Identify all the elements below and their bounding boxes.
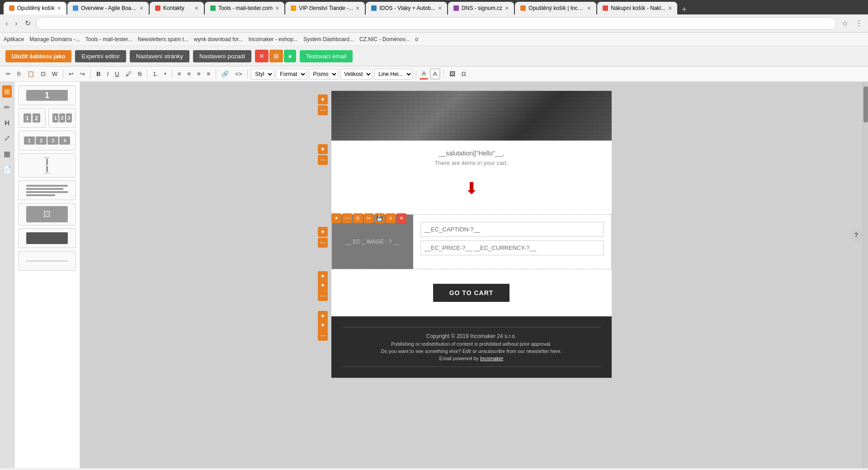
rte-paste-word[interactable]: W bbox=[50, 69, 60, 79]
cta-button[interactable]: GO TO CART bbox=[433, 284, 510, 302]
icon-btn-circle[interactable]: ● bbox=[284, 50, 296, 62]
footer-move-btn[interactable]: ✦ bbox=[318, 320, 328, 330]
rte-link[interactable]: 🔗 bbox=[219, 69, 231, 79]
layout-image-block[interactable]: 🖼 bbox=[18, 203, 76, 226]
expert-editor-button[interactable]: Expertní editor bbox=[75, 50, 126, 62]
rte-cut[interactable]: ✂ bbox=[4, 69, 13, 79]
tab-agile[interactable]: Overview - Agile Boar... × bbox=[67, 2, 149, 14]
rte-format-select[interactable]: Format bbox=[276, 69, 307, 80]
spacer2-move-btn[interactable]: ✦ bbox=[318, 311, 328, 321]
reload-button[interactable]: ↻ bbox=[23, 17, 33, 29]
layout-spacer[interactable] bbox=[18, 153, 76, 178]
rte-ul[interactable]: • bbox=[162, 69, 169, 79]
rte-align-center[interactable]: ≡ bbox=[185, 69, 193, 79]
icon-btn-grid[interactable]: ⊞ bbox=[269, 50, 283, 62]
tab-close-4[interactable]: × bbox=[275, 5, 279, 12]
product-format-btn[interactable]: ≡ bbox=[386, 213, 396, 223]
bg-settings-button[interactable]: Nastavení pozadí bbox=[193, 50, 251, 62]
address-input[interactable]: my.incomaker.com/admin/wizard/escalation… bbox=[36, 17, 836, 30]
bookmark-cznic[interactable]: CZ.NIC - Doménov... bbox=[359, 36, 410, 42]
layout-text-block[interactable] bbox=[18, 180, 76, 200]
header-more-btn[interactable]: ⋯ bbox=[318, 105, 328, 115]
tab-mailtester[interactable]: Tools - mail-tester.com × bbox=[205, 2, 284, 14]
tab-close-2[interactable]: × bbox=[140, 5, 143, 12]
tab-incomaker2[interactable]: Opuštěný košík | Inco... × bbox=[515, 2, 596, 14]
tab-kontakty[interactable]: Kontakty × bbox=[150, 2, 204, 14]
canvas-area[interactable]: ✦ ⋯ ✦ ⋯ __salutation||"Hello"__, Th bbox=[80, 82, 863, 468]
right-scrollbar[interactable] bbox=[863, 82, 868, 468]
bookmark-button[interactable]: ☆ bbox=[840, 17, 850, 29]
scrollbar-thumb[interactable] bbox=[863, 86, 868, 122]
tab-close-3[interactable]: × bbox=[195, 5, 198, 12]
sidebar-heading-icon[interactable]: H bbox=[3, 117, 11, 128]
layout-divider-block[interactable] bbox=[18, 251, 76, 271]
text-more-btn[interactable]: ⋯ bbox=[318, 155, 328, 165]
product-price[interactable]: __EC_PRICE-?__ __EC_CURRENCY-?__ bbox=[420, 240, 604, 255]
rte-redo[interactable]: ↪ bbox=[78, 69, 87, 79]
bookmark-wynk[interactable]: wynk download for... bbox=[194, 36, 243, 42]
tab-close-7[interactable]: × bbox=[505, 5, 509, 12]
tab-close-5[interactable]: × bbox=[356, 5, 359, 12]
text-move-btn[interactable]: ✦ bbox=[318, 144, 328, 154]
rte-underline[interactable]: U bbox=[113, 69, 121, 79]
back-button[interactable]: ‹ bbox=[4, 18, 9, 29]
tab-idos[interactable]: IDOS - Vlaky + Autob... × bbox=[366, 2, 447, 14]
bookmark-newsletters[interactable]: Newsletters spam t... bbox=[138, 36, 189, 42]
bookmark-o[interactable]: o bbox=[415, 36, 418, 42]
rte-insert-image[interactable]: 🖼 bbox=[447, 69, 458, 79]
rte-font-select[interactable]: Písmo bbox=[309, 69, 338, 80]
tab-vip[interactable]: VIP členství Tiande -... × bbox=[285, 2, 365, 14]
icon-btn-x[interactable]: ✕ bbox=[255, 50, 269, 62]
tab-close-1[interactable]: × bbox=[57, 5, 61, 12]
layout-two-col[interactable]: 1 2 bbox=[18, 108, 46, 128]
test-email-button[interactable]: Testovací email bbox=[300, 50, 353, 62]
product-section-move-btn[interactable]: ✦ bbox=[318, 227, 328, 237]
product-delete-btn[interactable]: ✕ bbox=[396, 213, 406, 223]
rte-highlight[interactable]: 🖊 bbox=[123, 69, 134, 79]
save-template-button[interactable]: Uložit šablonu jako bbox=[5, 50, 71, 62]
new-tab-button[interactable]: + bbox=[678, 5, 690, 14]
rte-font-color[interactable]: A bbox=[420, 69, 428, 80]
bookmark-incomaker[interactable]: Incomaker - eshop... bbox=[249, 36, 298, 42]
rte-align-right[interactable]: ≡ bbox=[195, 69, 203, 79]
footer-more-btn[interactable]: ⋯ bbox=[318, 331, 328, 341]
rte-paste-plain[interactable]: ⊡ bbox=[38, 69, 48, 79]
sidebar-table-icon[interactable]: ▦ bbox=[2, 148, 12, 160]
layout-button-block[interactable] bbox=[18, 228, 76, 248]
tab-close-9[interactable]: × bbox=[668, 5, 672, 12]
bookmark-mailtester[interactable]: Tools - mail-tester... bbox=[85, 36, 132, 42]
product-more-btn[interactable]: ⋯ bbox=[342, 213, 352, 223]
rte-lineheight-select[interactable]: Line Hei... bbox=[374, 69, 413, 80]
layout-four-col[interactable]: 1 2 3 4 bbox=[18, 131, 76, 150]
cta-move-btn[interactable]: ✦ bbox=[318, 280, 328, 290]
product-cut-btn[interactable]: ✂ bbox=[364, 213, 374, 223]
rte-special-char[interactable]: Ω bbox=[459, 69, 468, 79]
page-settings-button[interactable]: Nastavení stránky bbox=[130, 50, 189, 62]
rte-italic[interactable]: I bbox=[105, 69, 111, 79]
layout-three-col[interactable]: 1 2 3 bbox=[48, 108, 76, 128]
bookmark-apps[interactable]: Aplikace bbox=[4, 36, 24, 42]
rte-copy[interactable]: ⎘ bbox=[15, 69, 23, 79]
sidebar-grid-icon[interactable]: ⊞ bbox=[2, 85, 12, 98]
rte-strikethrough[interactable]: S bbox=[136, 69, 144, 79]
product-copy-btn[interactable]: ⎘ bbox=[353, 213, 363, 223]
rte-undo[interactable]: ↩ bbox=[66, 69, 76, 79]
spacer1-move-btn[interactable]: ✦ bbox=[318, 271, 328, 281]
rte-bg-color[interactable]: A bbox=[430, 68, 440, 80]
rte-size-select[interactable]: Velikost bbox=[340, 69, 373, 80]
rte-justify[interactable]: ≡ bbox=[205, 69, 213, 79]
layout-single-col[interactable]: 1 bbox=[18, 85, 76, 105]
rte-source[interactable]: <> bbox=[233, 69, 244, 79]
product-caption[interactable]: __EC_CAPTION-?__ bbox=[420, 222, 604, 237]
rte-style-select[interactable]: Styl bbox=[251, 69, 274, 80]
extensions-button[interactable]: ⋮ bbox=[854, 17, 864, 29]
product-section-more-btn[interactable]: ⋯ bbox=[318, 238, 328, 248]
tab-close-6[interactable]: × bbox=[438, 5, 442, 12]
sidebar-pencil-icon[interactable]: ✏ bbox=[2, 101, 12, 113]
footer-incomaker-link[interactable]: Incomaker bbox=[480, 356, 503, 361]
forward-button[interactable]: › bbox=[13, 18, 19, 29]
header-move-btn[interactable]: ✦ bbox=[318, 94, 328, 104]
rte-paste[interactable]: 📋 bbox=[25, 69, 37, 79]
rte-bold[interactable]: B bbox=[94, 69, 103, 79]
sidebar-resize-icon[interactable]: ⤢ bbox=[2, 132, 12, 144]
